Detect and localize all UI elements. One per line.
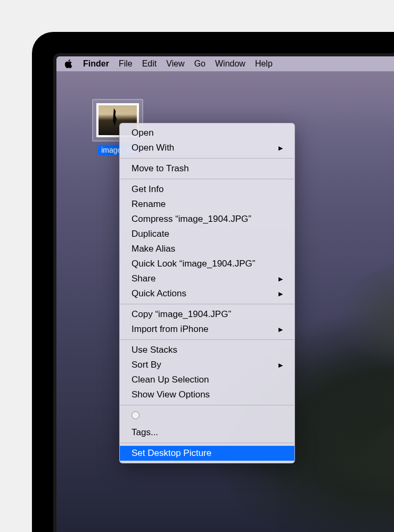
screen: Finder File Edit View Go Window Help ima… [56, 56, 394, 532]
menu-compress[interactable]: Compress “image_1904.JPG” [120, 212, 294, 227]
menu-duplicate[interactable]: Duplicate [120, 227, 294, 242]
menu-copy[interactable]: Copy “image_1904.JPG” [120, 307, 294, 322]
context-menu: Open Open With ▶ Move to Trash Get Info … [119, 123, 295, 463]
menu-separator [120, 339, 294, 340]
menu-move-to-trash[interactable]: Move to Trash [120, 161, 294, 176]
menu-show-view-options[interactable]: Show View Options [120, 387, 294, 402]
menu-open[interactable]: Open [120, 126, 294, 140]
menu-share[interactable]: Share ▶ [120, 271, 294, 286]
menu-separator [120, 405, 294, 405]
menu-make-alias[interactable]: Make Alias [120, 242, 294, 256]
menu-set-desktop-picture[interactable]: Set Desktop Picture [120, 446, 294, 461]
menu-open-with[interactable]: Open With ▶ [120, 140, 294, 155]
menu-sort-by[interactable]: Sort By ▶ [120, 358, 294, 372]
menubar-file[interactable]: File [119, 59, 133, 69]
menubar-edit[interactable]: Edit [142, 59, 157, 69]
submenu-arrow-icon: ▶ [278, 276, 283, 282]
menu-separator [120, 179, 294, 179]
menubar-help[interactable]: Help [255, 59, 273, 69]
menu-separator [120, 443, 294, 443]
menu-use-stacks[interactable]: Use Stacks [120, 343, 294, 358]
laptop-bezel: Finder File Edit View Go Window Help ima… [53, 53, 394, 532]
menubar-app-name[interactable]: Finder [83, 59, 109, 69]
menu-clean-up-selection[interactable]: Clean Up Selection [120, 372, 294, 387]
menu-import-from-iphone[interactable]: Import from iPhone ▶ [120, 322, 294, 337]
menu-tags[interactable]: Tags... [120, 425, 294, 440]
menubar-window[interactable]: Window [215, 59, 245, 69]
menu-quick-actions[interactable]: Quick Actions ▶ [120, 286, 294, 301]
menubar-view[interactable]: View [166, 59, 184, 69]
menu-separator [120, 158, 294, 159]
menu-tag-colors[interactable] [120, 408, 294, 425]
apple-menu-icon[interactable] [64, 59, 72, 69]
menu-rename[interactable]: Rename [120, 197, 294, 212]
menu-get-info[interactable]: Get Info [120, 182, 294, 197]
submenu-arrow-icon: ▶ [278, 326, 283, 333]
laptop-frame: Finder File Edit View Go Window Help ima… [32, 32, 394, 532]
submenu-arrow-icon: ▶ [278, 362, 283, 369]
submenu-arrow-icon: ▶ [278, 145, 283, 152]
menubar-go[interactable]: Go [194, 59, 206, 69]
menubar: Finder File Edit View Go Window Help [56, 56, 394, 71]
menu-quick-look[interactable]: Quick Look “image_1904.JPG” [120, 256, 294, 271]
tag-none-icon[interactable] [132, 411, 139, 419]
submenu-arrow-icon: ▶ [278, 290, 283, 297]
menu-separator [120, 304, 294, 304]
